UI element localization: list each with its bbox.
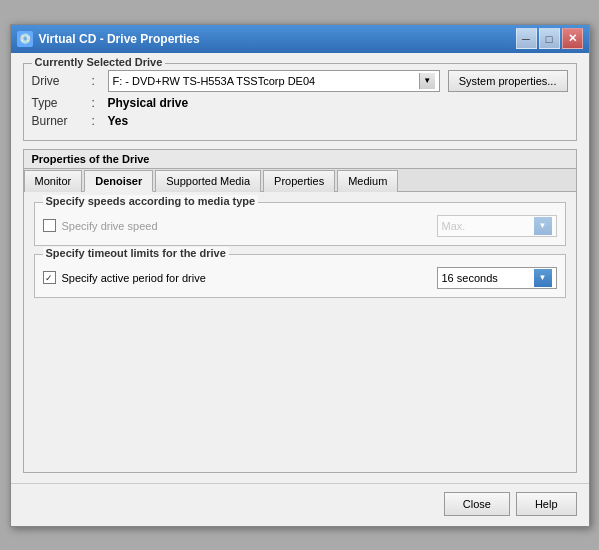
system-properties-button[interactable]: System properties... — [448, 70, 568, 92]
specify-speed-checkbox[interactable] — [43, 219, 56, 232]
close-button[interactable]: Close — [444, 492, 510, 516]
timeout-select-arrow: ▼ — [534, 269, 552, 287]
specify-active-row: ✓ Specify active period for drive 16 sec… — [43, 267, 557, 289]
minimize-button[interactable]: ─ — [516, 28, 537, 49]
speeds-subsection-label: Specify speeds according to media type — [43, 195, 259, 207]
help-button[interactable]: Help — [516, 492, 577, 516]
selected-drive-section: Currently Selected Drive Drive : F: - DV… — [23, 63, 577, 141]
main-window: 💿 Virtual CD - Drive Properties ─ □ ✕ Cu… — [10, 24, 590, 527]
specify-speed-row: Specify drive speed Max. ▼ — [43, 215, 557, 237]
specify-active-left: ✓ Specify active period for drive — [43, 271, 206, 284]
specify-speed-left: Specify drive speed — [43, 219, 158, 232]
drive-dropdown-value: F: - DVD+RW TS-H553A TSSTcorp DE04 — [113, 75, 316, 87]
type-label: Type — [32, 96, 92, 110]
tabs-row: Monitor Denoiser Supported Media Propert… — [24, 169, 576, 192]
properties-section-label: Properties of the Drive — [24, 150, 576, 169]
type-colon: : — [92, 96, 108, 110]
drive-select-wrapper: F: - DVD+RW TS-H553A TSSTcorp DE04 ▼ Sys… — [108, 70, 568, 92]
maximize-button[interactable]: □ — [539, 28, 560, 49]
specify-active-checkbox[interactable]: ✓ — [43, 271, 56, 284]
tab-content-denoiser: Specify speeds according to media type S… — [24, 192, 576, 472]
properties-section: Properties of the Drive Monitor Denoiser… — [23, 149, 577, 473]
timeout-select[interactable]: 16 seconds ▼ — [437, 267, 557, 289]
drive-row: Drive : F: - DVD+RW TS-H553A TSSTcorp DE… — [32, 70, 568, 92]
speeds-subsection: Specify speeds according to media type S… — [34, 202, 566, 246]
timeout-subsection: Specify timeout limits for the drive ✓ S… — [34, 254, 566, 298]
tab-properties[interactable]: Properties — [263, 170, 335, 192]
tab-supported-media[interactable]: Supported Media — [155, 170, 261, 192]
title-controls: ─ □ ✕ — [516, 28, 583, 49]
drive-dropdown[interactable]: F: - DVD+RW TS-H553A TSSTcorp DE04 ▼ — [108, 70, 440, 92]
tab-monitor[interactable]: Monitor — [24, 170, 83, 192]
title-bar: 💿 Virtual CD - Drive Properties ─ □ ✕ — [11, 25, 589, 53]
timeout-subsection-label: Specify timeout limits for the drive — [43, 247, 229, 259]
specify-speed-label: Specify drive speed — [62, 220, 158, 232]
window-title: Virtual CD - Drive Properties — [39, 32, 200, 46]
specify-active-label: Specify active period for drive — [62, 272, 206, 284]
title-bar-left: 💿 Virtual CD - Drive Properties — [17, 31, 200, 47]
selected-drive-label: Currently Selected Drive — [32, 56, 166, 68]
timeout-select-value: 16 seconds — [442, 272, 498, 284]
burner-label: Burner — [32, 114, 92, 128]
burner-value: Yes — [108, 114, 129, 128]
drive-colon: : — [92, 74, 108, 88]
speed-select[interactable]: Max. ▼ — [437, 215, 557, 237]
window-body: Currently Selected Drive Drive : F: - DV… — [11, 53, 589, 483]
close-window-button[interactable]: ✕ — [562, 28, 583, 49]
window-icon: 💿 — [17, 31, 33, 47]
drive-label: Drive — [32, 74, 92, 88]
type-row: Type : Physical drive — [32, 96, 568, 110]
type-value: Physical drive — [108, 96, 189, 110]
speed-select-arrow: ▼ — [534, 217, 552, 235]
drive-dropdown-arrow: ▼ — [419, 73, 435, 89]
burner-colon: : — [92, 114, 108, 128]
footer: Close Help — [11, 483, 589, 526]
tab-medium[interactable]: Medium — [337, 170, 398, 192]
burner-row: Burner : Yes — [32, 114, 568, 128]
speed-select-value: Max. — [442, 220, 466, 232]
tab-denoiser[interactable]: Denoiser — [84, 170, 153, 192]
